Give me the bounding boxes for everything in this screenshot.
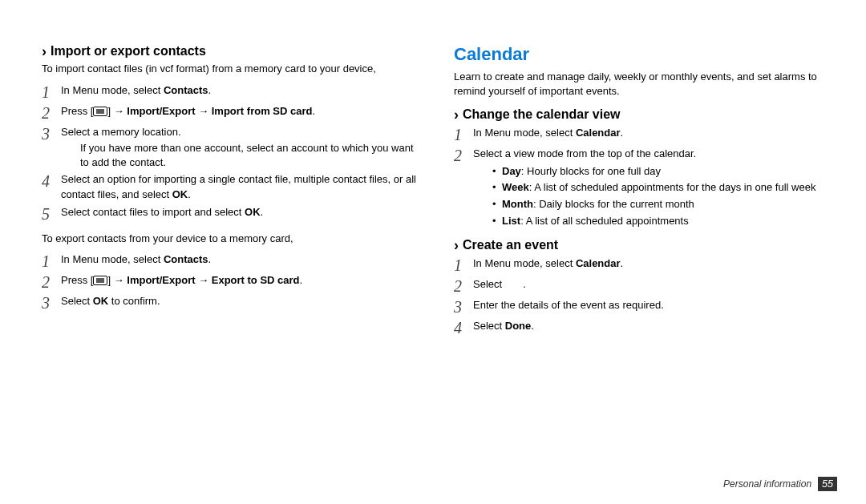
step: Select a view mode from the top of the c… (454, 146, 834, 230)
list-item: Month: Daily blocks for the current mont… (492, 196, 834, 213)
step-note: If you have more than one account, selec… (80, 141, 422, 170)
create-event-steps: In Menu mode, select Calendar. Select . … (454, 256, 834, 337)
step: Enter the details of the event as requir… (454, 297, 834, 317)
step: Select . (454, 276, 834, 296)
create-event-heading: › Create an event (454, 238, 834, 252)
chevron-icon: › (454, 107, 459, 122)
step: Select OK to confirm. (42, 293, 422, 312)
step: In Menu mode, select Calendar. (454, 125, 834, 144)
left-column: › Import or export contacts To import co… (42, 44, 422, 345)
export-steps: In Menu mode, select Contacts. Press [] … (42, 252, 422, 312)
step: Select contact files to import and selec… (42, 204, 422, 224)
list-item: Day: Hourly blocks for one full day (492, 163, 834, 180)
footer-section-label: Personal information (723, 478, 811, 490)
page-number: 55 (818, 477, 837, 491)
step: Press [] → Import/Export → Import from S… (42, 103, 422, 123)
step: In Menu mode, select Contacts. (42, 252, 422, 271)
heading-text: Create an event (463, 238, 558, 252)
chevron-icon: › (454, 238, 459, 252)
import-steps: In Menu mode, select Contacts. Press [] … (42, 83, 422, 224)
import-intro: To import contact files (in vcf format) … (42, 62, 422, 76)
change-view-heading: › Change the calendar view (454, 107, 834, 122)
right-column: Calendar Learn to create and manage dail… (454, 44, 834, 345)
export-intro: To export contacts from your device to a… (42, 232, 422, 246)
import-export-heading: › Import or export contacts (42, 44, 422, 58)
heading-text: Import or export contacts (51, 44, 206, 58)
step: Select a memory location. If you have mo… (42, 124, 422, 170)
step: In Menu mode, select Contacts. (42, 83, 422, 102)
page-footer: Personal information 55 (723, 477, 837, 491)
list-item: List: A list of all scheduled appointmen… (492, 213, 834, 230)
calendar-heading: Calendar (454, 44, 834, 65)
menu-icon (93, 276, 107, 285)
step: Press [] → Import/Export → Export to SD … (42, 272, 422, 292)
chevron-icon: › (42, 44, 47, 58)
step: Select Done. (454, 318, 834, 337)
step: In Menu mode, select Calendar. (454, 256, 834, 275)
menu-icon (93, 107, 107, 116)
heading-text: Change the calendar view (463, 107, 621, 122)
list-item: Week: A list of scheduled appointments f… (492, 179, 834, 196)
view-modes: Day: Hourly blocks for one full day Week… (473, 163, 834, 230)
calendar-intro: Learn to create and manage daily, weekly… (454, 70, 834, 98)
change-view-steps: In Menu mode, select Calendar. Select a … (454, 125, 834, 230)
step: Select an option for importing a single … (42, 171, 422, 203)
